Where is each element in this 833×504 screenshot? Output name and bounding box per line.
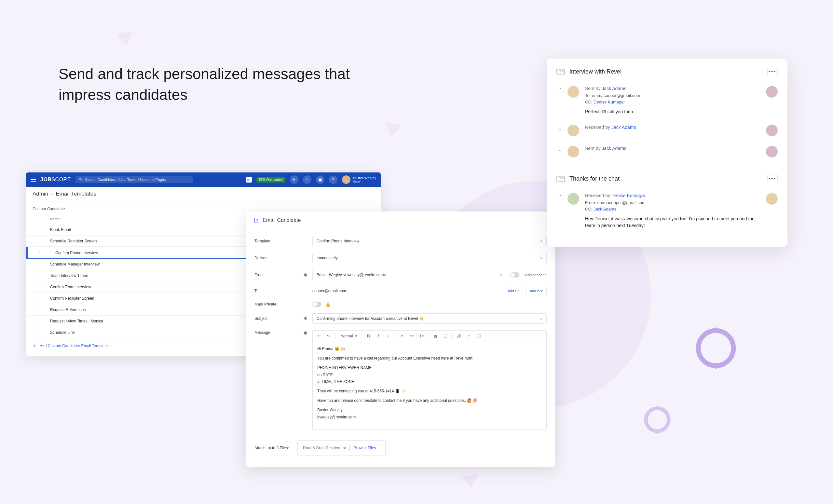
message-label: Message: [255,330,300,335]
underline-icon[interactable]: U [385,333,392,340]
deliver-value: Immediately [317,256,338,260]
apps-icon[interactable]: ▣ [316,175,325,184]
undo-icon[interactable]: ↶ [315,333,323,340]
add-icon[interactable]: ＋ [303,175,311,184]
message-row: Message: ✱ ↶ ↷ Normal ▾ B I U ≡ •≡ 1≡ [255,327,547,433]
triangle-decor [116,31,135,47]
meta-prefix: Sent by [585,146,602,151]
search-input[interactable]: 🔍 Search Candidates, Jobs, Tasks, Users … [75,176,193,183]
cc-prefix: CC: [585,100,594,104]
deliver-select[interactable]: Immediately ▾ [312,253,547,263]
panel-title-text: Email Candidate [263,217,301,223]
avatar-icon [766,146,778,158]
template-select[interactable]: Confirm Phone Interview ▾ [312,236,547,246]
list-ul-icon[interactable]: •≡ [408,333,415,340]
subject-input[interactable]: Confirming phone interview for Account E… [312,313,547,324]
template-name: Confirm Recruiter Screen [50,296,94,301]
drag-icon[interactable]: ⋮⋮ [38,251,44,255]
help-icon[interactable]: ? [329,175,337,184]
clock-icon[interactable]: 🕒 [475,333,482,340]
triangle-decor [461,474,480,489]
template-name: Blank Email [50,227,71,232]
chevron-right-icon: › [51,191,53,197]
linkedin-icon[interactable]: in [246,177,252,183]
checkbox-icon[interactable] [255,218,259,223]
breadcrumb-page: Email Templates [56,191,96,197]
refresh-icon [635,397,680,436]
drag-icon[interactable]: ⋮⋮ [32,296,39,301]
align-left-icon[interactable]: ≡ [399,333,406,340]
breadcrumb-root[interactable]: Admin [32,191,48,197]
thread-message[interactable]: ⌃ Sent by Jack Adams To: emmacooper@gmai… [556,81,778,120]
more-icon[interactable]: ••• [767,67,778,76]
emoji-icon[interactable]: ☺ [539,316,543,321]
add-cc-button[interactable]: Add Cc [504,287,523,295]
drag-icon[interactable]: ⋮⋮ [32,319,39,323]
message-body: Perfect! I'll call you then. [585,109,760,115]
cc-name[interactable]: Denise Kumagai [594,100,624,104]
to-line: To: emmacooper@gmail.com [585,92,760,99]
thread-message[interactable]: ⌄ Received by Jack Adams [556,120,778,141]
user-menu[interactable]: Buster Wegley Revel [342,175,376,184]
send-icon[interactable]: ✈ [290,175,299,184]
italic-icon[interactable]: I [375,333,382,340]
expand-icon[interactable]: ⌄ [556,146,564,152]
sender-name[interactable]: Jack Adams [602,146,626,151]
search-placeholder: Search Candidates, Jobs, Tasks, Users an… [85,178,166,182]
drag-icon[interactable]: ⋮⋮ [32,274,39,278]
list-ol-icon[interactable]: 1≡ [418,333,425,340]
cc-name[interactable]: Jack Adams [594,207,616,212]
from-field-row: From: ✱ Buster Wegley <bwegley@reveltn.c… [255,266,547,283]
drag-icon[interactable]: ⋮⋮ [32,239,39,243]
browse-files-button[interactable]: Browse Files [350,444,380,452]
link-icon[interactable]: 🔗 [456,333,463,340]
from-select[interactable]: Buster Wegley <bwegley@reveltn.com> ▾ [312,270,506,280]
drag-icon[interactable]: – [32,228,39,232]
template-name: Schedule Recruiter Screen [50,239,97,243]
thread-message[interactable]: ⌃ Received by Denise Kumagai From: emmac… [556,188,778,234]
message-body-editor[interactable]: Hi Emma 😀 🙌 You are confirmed to have a … [312,342,547,430]
body-line: at TIME, TIME ZONE [317,379,542,385]
subject-value: Confirming phone interview for Account E… [317,316,424,321]
sender-name[interactable]: Denise Kumagai [612,193,645,198]
required-icon: ✱ [303,330,309,336]
collapse-icon[interactable]: ⌃ [556,86,564,92]
private-toggle[interactable] [312,302,322,307]
app-topbar: JOBSCORE 🔍 Search Candidates, Jobs, Task… [26,172,381,187]
template-label: Template: [255,239,300,243]
lock-icon: 🔒 [325,302,331,307]
drop-text: Drag & Drop files here or [303,446,346,450]
sender-name[interactable]: Jack Adams [602,86,626,91]
deliver-field-row: Deliver: Immediately ▾ [255,249,547,266]
column-name: Name [50,217,60,221]
thread-message[interactable]: ⌄ Sent by Jack Adams [556,141,778,162]
sender-name[interactable]: Jack Adams [612,125,636,130]
file-dropzone[interactable]: Drag & Drop files here or Browse Files [298,440,386,456]
send-sender-label: Send sender a [523,273,547,277]
message-body: Hey Denise, it was awesome chatting with… [585,215,760,229]
emoji-icon[interactable]: ☺ [466,333,473,340]
body-line: on DATE [317,372,542,378]
redo-icon[interactable]: ↷ [325,333,332,340]
paragraph-style-select[interactable]: Normal ▾ [339,334,358,338]
more-icon[interactable]: ••• [767,174,778,183]
onboarding-badge[interactable]: 57% Onboarded [256,177,285,183]
subject-row: Subject: ✱ Confirming phone interview fo… [255,310,547,327]
template-name: Schedule Manager Interview [50,262,100,266]
fullscreen-icon[interactable]: ⛶ [442,333,449,340]
drag-icon[interactable]: ⋮⋮ [32,262,39,266]
avatar-icon [568,146,579,158]
drag-icon[interactable]: ⋮⋮ [32,331,39,335]
bold-icon[interactable]: B [365,333,372,340]
table-icon[interactable]: ▦ [432,333,439,340]
add-bcc-button[interactable]: Add Bcc [526,287,547,295]
menu-icon[interactable] [30,178,36,182]
drag-icon[interactable]: ⋮⋮ [32,308,39,312]
logo[interactable]: JOBSCORE [40,177,71,183]
drag-icon[interactable]: ⋮⋮ [32,285,39,289]
body-line: Buster Wegley [317,407,542,413]
collapse-icon[interactable]: ⌃ [556,193,564,199]
expand-icon[interactable]: ⌄ [556,125,564,131]
send-sender-toggle[interactable] [510,272,519,278]
subject-label: Subject: [255,316,300,321]
